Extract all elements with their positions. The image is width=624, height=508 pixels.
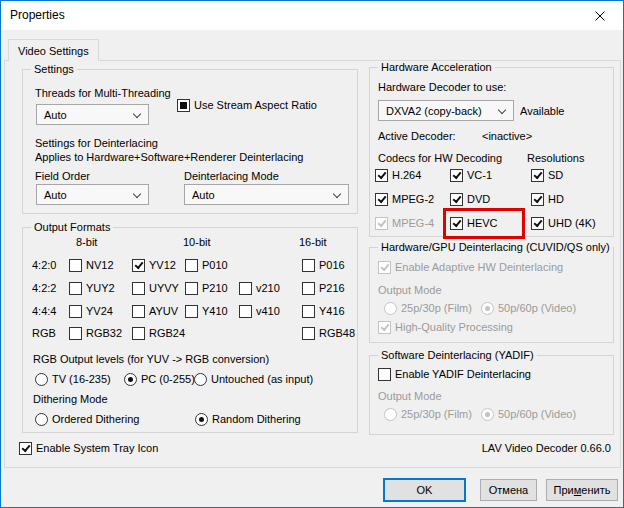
window-title: Properties	[10, 8, 65, 22]
checkbox-p210[interactable]: P210	[185, 281, 228, 295]
enable-yadif-checkbox[interactable]: Enable YADIF Deinterlacing	[378, 367, 531, 381]
ok-button[interactable]: OK	[383, 478, 466, 502]
radio-untouched-levels[interactable]: Untouched (as input)	[194, 372, 313, 386]
row-label-444: 4:4:4	[32, 305, 56, 317]
column-header-16bit: 16-bit	[299, 236, 327, 248]
radio-tv-levels[interactable]: TV (16-235)	[35, 372, 111, 386]
checkbox-label: H.264	[392, 169, 421, 181]
radio-indicator	[194, 373, 207, 386]
column-header-8bit: 8-bit	[76, 236, 97, 248]
checkbox-label: MPEG-4	[392, 217, 434, 229]
checkbox-p016[interactable]: P016	[302, 258, 345, 272]
checkbox-ayuv[interactable]: AYUV	[132, 304, 178, 318]
checkbox-y410[interactable]: Y410	[185, 304, 228, 318]
checkbox-rgb24[interactable]: RGB24	[132, 326, 185, 340]
checkbox-indicator	[69, 259, 82, 272]
checkbox-indicator	[185, 259, 198, 272]
radio-pc-levels[interactable]: PC (0-255)	[124, 372, 195, 386]
checkbox-uyvy[interactable]: UYVY	[132, 281, 179, 295]
radio-ordered-dithering[interactable]: Ordered Dithering	[35, 412, 139, 426]
checkbox-label: P210	[202, 282, 228, 294]
close-button[interactable]	[577, 1, 623, 30]
checkbox-label: High-Quality Processing	[395, 321, 513, 333]
hw-decoder-select[interactable]: DXVA2 (copy-back)	[378, 100, 514, 121]
checkbox-indicator	[375, 193, 388, 206]
radio-sw-film-mode: 25p/30p (Film)	[384, 407, 472, 421]
checkbox-label: Use Stream Aspect Ratio	[194, 99, 317, 111]
checkbox-vc1[interactable]: VC-1	[450, 168, 492, 182]
chevron-down-icon	[133, 110, 141, 118]
checkbox-p010[interactable]: P010	[185, 258, 228, 272]
active-decoder-label: Active Decoder:	[378, 130, 456, 142]
field-order-select[interactable]: Auto	[36, 184, 149, 205]
checkbox-indicator	[239, 305, 252, 318]
chevron-down-icon	[333, 190, 341, 198]
checkbox-label: YV24	[86, 305, 113, 317]
checkbox-label: DVD	[467, 193, 490, 205]
checkbox-sd[interactable]: SD	[531, 168, 563, 182]
checkbox-v410[interactable]: v410	[239, 304, 280, 318]
hardware-acceleration-group-title: Hardware Acceleration	[378, 61, 495, 73]
checkbox-indicator	[378, 321, 391, 334]
checkbox-indicator	[69, 282, 82, 295]
checkbox-y416[interactable]: Y416	[302, 304, 345, 318]
checkbox-label: P216	[319, 282, 345, 294]
checkbox-indicator	[378, 368, 391, 381]
radio-label: 25p/30p (Film)	[401, 408, 472, 420]
hw-decoder-availability: Available	[520, 105, 564, 117]
checkbox-yv12[interactable]: YV12	[132, 258, 176, 272]
checkbox-label: v210	[256, 282, 280, 294]
checkbox-label: Enable Adaptive HW Deinterlacing	[395, 261, 563, 273]
deinterlacing-mode-select[interactable]: Auto	[184, 184, 349, 205]
cancel-button[interactable]: Отмена	[480, 479, 537, 501]
checkbox-v210[interactable]: v210	[239, 281, 280, 295]
checkbox-yv24[interactable]: YV24	[69, 304, 113, 318]
checkbox-indicator	[302, 259, 315, 272]
tab-video-settings[interactable]: Video Settings	[8, 39, 99, 61]
chevron-down-icon	[498, 106, 506, 114]
row-label-rgb: RGB	[32, 327, 56, 339]
checkbox-indicator	[378, 261, 391, 274]
radio-label: Random Dithering	[212, 413, 301, 425]
output-mode-label: Output Mode	[378, 284, 442, 296]
checkbox-indicator	[185, 282, 198, 295]
radio-random-dithering[interactable]: Random Dithering	[195, 412, 301, 426]
checkbox-rgb48[interactable]: RGB48	[302, 326, 355, 340]
checkbox-label: VC-1	[467, 169, 492, 181]
checkbox-uhd4k[interactable]: UHD (4K)	[531, 216, 596, 230]
checkbox-yuy2[interactable]: YUY2	[69, 281, 115, 295]
checkbox-mpeg2[interactable]: MPEG-2	[375, 192, 434, 206]
checkbox-label: Enable YADIF Deinterlacing	[395, 368, 531, 380]
hw-decoder-select-value: DXVA2 (copy-back)	[386, 105, 482, 117]
radio-label: 25p/30p (Film)	[401, 302, 472, 314]
ok-button-label: OK	[417, 484, 433, 496]
use-stream-aspect-ratio-checkbox[interactable]: Use Stream Aspect Ratio	[177, 98, 317, 112]
checkbox-label: v410	[256, 305, 280, 317]
checkbox-p216[interactable]: P216	[302, 281, 345, 295]
checkbox-rgb32[interactable]: RGB32	[69, 326, 122, 340]
threads-select[interactable]: Auto	[36, 104, 149, 125]
hw-decoder-label: Hardware Decoder to use:	[378, 81, 506, 93]
checkbox-indicator	[375, 169, 388, 182]
checkbox-nv12[interactable]: NV12	[69, 258, 114, 272]
checkbox-indicator	[450, 169, 463, 182]
radio-indicator	[195, 413, 208, 426]
apply-button[interactable]: Применить	[546, 479, 618, 501]
checkbox-label: AYUV	[149, 305, 178, 317]
high-quality-processing-checkbox: High-Quality Processing	[378, 320, 513, 334]
checkbox-hd[interactable]: HD	[531, 192, 564, 206]
deinterlacing-settings-subheading: Applies to Hardware+Software+Renderer De…	[35, 151, 303, 163]
apply-button-label: Применить	[554, 484, 611, 496]
checkbox-dvd[interactable]: DVD	[450, 192, 490, 206]
checkbox-label: HD	[548, 193, 564, 205]
checkbox-label: RGB24	[149, 327, 185, 339]
checkbox-indicator	[132, 282, 145, 295]
hw-gpu-deinterlacing-group: Hardware/GPU Deinterlacing (CUVID/QS onl…	[369, 247, 614, 343]
threads-select-value: Auto	[44, 109, 67, 121]
checkbox-indicator	[531, 169, 544, 182]
enable-system-tray-checkbox[interactable]: Enable System Tray Icon	[19, 441, 158, 455]
codecs-header: Codecs for HW Decoding	[378, 152, 502, 164]
checkbox-h264[interactable]: H.264	[375, 168, 421, 182]
settings-group: Settings Threads for Multi-Threading Aut…	[22, 69, 358, 214]
checkbox-indicator	[302, 327, 315, 340]
